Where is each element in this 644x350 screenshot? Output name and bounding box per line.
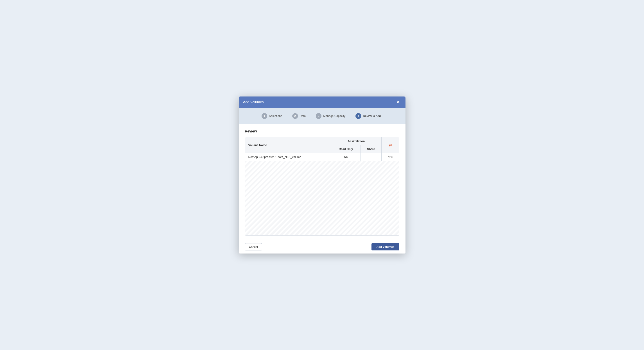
step-divider-3 [349, 116, 353, 116]
review-table-wrapper: Volume Name Assimilation ⇄ Read Only Sha… [245, 137, 399, 236]
step-circle-3: 3 [316, 113, 322, 119]
step-circle-1: 1 [262, 113, 267, 119]
step-label-selections: Selections [269, 114, 282, 118]
table-row: NetApp 9.6::pm-svm-1:data_NFS_volume No … [245, 153, 399, 161]
modal-footer: Cancel Add Volumes [239, 240, 406, 254]
stepper-bar: 1 Selections 2 Data 3 Manage Capacity 4 … [239, 108, 406, 124]
step-divider-1 [286, 116, 290, 116]
cancel-button[interactable]: Cancel [245, 243, 262, 250]
step-data: 2 Data [290, 112, 310, 120]
modal-header: Add Volumes ✕ [239, 96, 406, 108]
step-circle-4: 4 [356, 113, 361, 119]
share-cell: — [361, 153, 381, 161]
review-section-title: Review [245, 129, 399, 133]
col-shuffle-header: ⇄ [381, 137, 399, 153]
col-volume-name-header: Volume Name [245, 137, 331, 153]
empty-table-area [245, 161, 399, 235]
modal-title: Add Volumes [243, 100, 264, 104]
step-label-data: Data [300, 114, 306, 118]
step-label-review-add: Review & Add [363, 114, 381, 118]
close-button[interactable]: ✕ [395, 100, 401, 105]
step-label-manage-capacity: Manage Capacity [323, 114, 345, 118]
volume-name-cell: NetApp 9.6::pm-svm-1:data_NFS_volume [245, 153, 331, 161]
shuffle-icon: ⇄ [389, 143, 392, 147]
col-assimilation-header: Assimilation [331, 137, 382, 145]
percent-cell: 75% [381, 153, 399, 161]
review-table: Volume Name Assimilation ⇄ Read Only Sha… [245, 137, 399, 236]
add-volumes-modal: Add Volumes ✕ 1 Selections 2 Data 3 Mana… [239, 96, 406, 254]
add-volumes-button[interactable]: Add Volumes [372, 243, 399, 250]
step-review-add: 4 Review & Add [353, 112, 385, 120]
step-circle-2: 2 [292, 113, 298, 119]
step-divider-2 [310, 116, 314, 116]
empty-area-row [245, 161, 399, 235]
read-only-cell: No [331, 153, 361, 161]
table-header-group-row: Volume Name Assimilation ⇄ [245, 137, 399, 145]
col-share-header: Share [361, 145, 381, 153]
step-selections: 1 Selections [259, 112, 286, 120]
modal-body: Review Volume Name Assimilation ⇄ Read O… [239, 124, 406, 240]
col-read-only-header: Read Only [331, 145, 361, 153]
step-manage-capacity: 3 Manage Capacity [314, 112, 349, 120]
table-body: NetApp 9.6::pm-svm-1:data_NFS_volume No … [245, 153, 399, 235]
